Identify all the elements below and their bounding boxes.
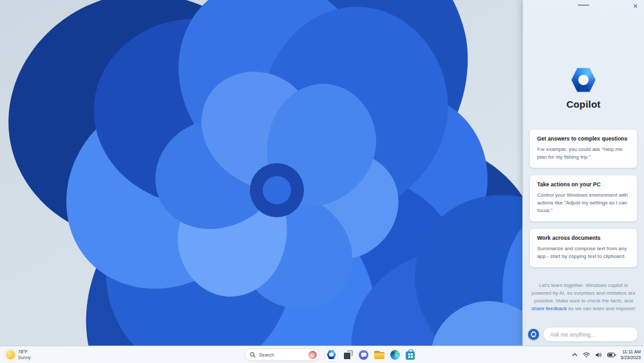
taskbar-copilot-button[interactable] xyxy=(325,349,337,361)
copilot-taskbar-icon xyxy=(327,350,336,360)
file-explorer-button[interactable] xyxy=(374,351,384,359)
edge-browser-button[interactable] xyxy=(390,350,400,360)
share-feedback-link[interactable]: share feedback xyxy=(531,306,567,311)
battery-icon[interactable] xyxy=(607,353,616,357)
close-icon[interactable]: ✕ xyxy=(630,1,641,12)
clock-widget[interactable]: 11:11 AM 5/23/2023 xyxy=(621,349,641,361)
tray-chevron-up-icon[interactable] xyxy=(572,353,578,357)
disclaimer-before: Let's learn together. Windows copilot is… xyxy=(531,282,635,304)
tray-time: 11:11 AM xyxy=(621,349,641,355)
weather-temperature: 78°F xyxy=(18,349,31,355)
weather-condition: Sunny xyxy=(18,355,31,360)
suggestion-card-answers[interactable]: Get answers to complex questions For exa… xyxy=(529,129,638,168)
chat-button[interactable] xyxy=(359,350,368,360)
suggestion-card-actions[interactable]: Take actions on your PC Control your Win… xyxy=(529,175,638,222)
disclaimer-after: so we can learn and improve! xyxy=(568,306,636,311)
search-icon xyxy=(250,352,256,358)
suggestion-card-documents[interactable]: Work across documents Summarize and comp… xyxy=(529,228,638,268)
desktop: ✕ Copilot Get answers to complex questio… xyxy=(0,0,644,363)
ask-input[interactable] xyxy=(543,327,638,342)
microsoft-store-button[interactable] xyxy=(406,351,415,360)
search-label: Search xyxy=(259,352,305,358)
card-title: Get answers to complex questions xyxy=(537,135,630,142)
task-view-button[interactable] xyxy=(343,350,353,360)
suggestion-cards: Get answers to complex questions For exa… xyxy=(529,129,638,268)
card-body: For example, you could ask "Help me plan… xyxy=(537,146,630,161)
search-box[interactable]: Search xyxy=(245,348,319,361)
taskbar: 78°F Sunny Search xyxy=(0,346,644,363)
drag-handle[interactable] xyxy=(578,5,589,6)
card-body: Summarize and compose text from any app … xyxy=(537,245,630,260)
chat-input-row xyxy=(528,327,638,342)
tray-date: 5/23/2023 xyxy=(621,355,641,360)
copilot-badge-icon xyxy=(528,329,539,340)
card-title: Work across documents xyxy=(537,235,630,241)
card-title: Take actions on your PC xyxy=(537,181,630,188)
copilot-title: Copilot xyxy=(523,99,644,110)
copilot-logo-icon xyxy=(571,67,596,93)
start-button[interactable] xyxy=(229,350,239,360)
disclaimer-text: Let's learn together. Windows copilot is… xyxy=(531,282,636,313)
search-highlight-icon[interactable] xyxy=(308,351,317,359)
volume-icon[interactable] xyxy=(595,352,602,358)
copilot-sidebar: ✕ Copilot Get answers to complex questio… xyxy=(522,0,644,346)
weather-widget[interactable]: 78°F Sunny xyxy=(4,346,33,363)
sun-icon xyxy=(6,351,15,359)
card-body: Control your Windows environment with ac… xyxy=(537,191,630,215)
wifi-icon[interactable] xyxy=(583,352,590,358)
